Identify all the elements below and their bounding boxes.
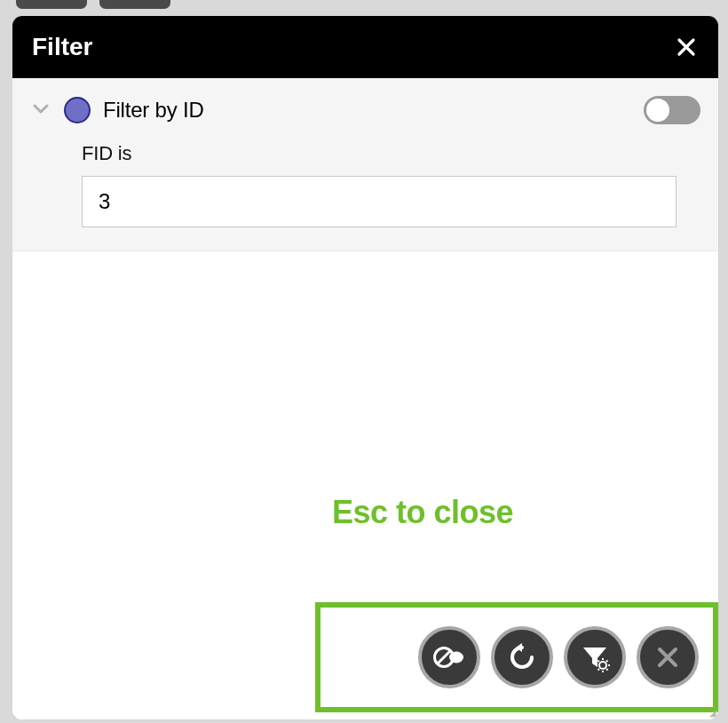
close-icon: [677, 37, 696, 57]
toggle-off-button[interactable]: [418, 626, 480, 688]
action-bar: [315, 602, 718, 712]
undo-icon: [506, 641, 538, 673]
filter-settings-button[interactable]: [564, 626, 626, 688]
enable-filter-toggle[interactable]: [644, 96, 700, 124]
modal-body: Esc to close: [12, 251, 718, 719]
toggle-knob: [646, 99, 669, 122]
esc-hint: Esc to close: [332, 494, 513, 531]
close-button[interactable]: [674, 35, 699, 60]
modal-header: Filter: [12, 16, 718, 78]
reset-button[interactable]: [491, 626, 553, 688]
svg-point-3: [599, 662, 606, 669]
background-pill: [99, 0, 170, 9]
filter-field-block: FID is: [30, 124, 700, 227]
chevron-down-icon[interactable]: [30, 98, 51, 123]
resize-handle-icon[interactable]: ◢: [709, 708, 716, 718]
filter-section: Filter by ID FID is: [12, 78, 718, 251]
filter-row-header: Filter by ID: [30, 96, 700, 124]
svg-line-8: [598, 661, 600, 663]
svg-point-2: [449, 652, 463, 663]
svg-line-9: [606, 669, 608, 671]
close-action-button[interactable]: [637, 626, 699, 688]
svg-line-10: [606, 661, 608, 663]
x-icon: [655, 645, 680, 670]
field-label: FID is: [82, 142, 700, 165]
modal-title: Filter: [32, 33, 674, 61]
block-toggle-icon: [432, 640, 466, 674]
fid-input[interactable]: [82, 176, 677, 227]
svg-line-1: [438, 651, 450, 663]
svg-line-11: [598, 669, 600, 671]
filter-modal: Filter Filter by ID FID is Esc to close: [12, 15, 719, 720]
filter-state-dot-icon: [64, 97, 91, 123]
filter-title: Filter by ID: [103, 98, 631, 123]
background-pill: [16, 0, 87, 9]
funnel-gear-icon: [579, 641, 611, 673]
